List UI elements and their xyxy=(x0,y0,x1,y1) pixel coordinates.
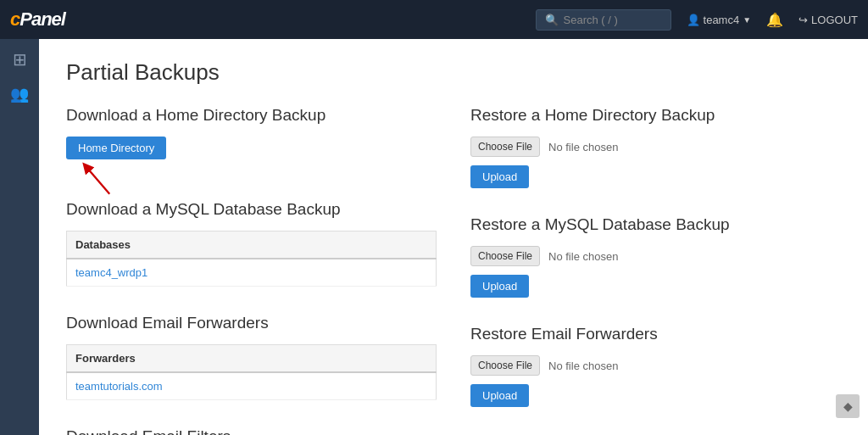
restore-home-title: Restore a Home Directory Backup xyxy=(470,106,841,125)
forwarders-col-header: Forwarders xyxy=(67,345,437,373)
table-row: teamc4_wrdp1 xyxy=(67,259,437,287)
download-mysql-title: Download a MySQL Database Backup xyxy=(66,200,437,219)
download-filters-title: Download Email Filters xyxy=(66,427,437,435)
cpanel-logo: cPanel xyxy=(10,8,65,31)
restore-forwarders-choose-button[interactable]: Choose File xyxy=(470,355,540,376)
restore-forwarders-section: Restore Email Forwarders Choose File No … xyxy=(470,325,841,407)
restore-mysql-section: Restore a MySQL Database Backup Choose F… xyxy=(470,215,841,298)
logout-label: LOGOUT xyxy=(811,14,858,26)
sidebar-user-icon[interactable]: 👥 xyxy=(10,85,29,103)
table-row: teamtutorials.com xyxy=(67,372,437,400)
download-home-section: Download a Home Directory Backup Home Di… xyxy=(66,106,437,173)
restore-forwarders-upload-row: Choose File No file chosen xyxy=(470,355,841,376)
home-directory-button[interactable]: Home Directory xyxy=(66,137,166,159)
sidebar: ⊞ 👥 xyxy=(0,39,39,435)
restore-home-no-file: No file chosen xyxy=(548,141,618,153)
restore-home-upload-row: Choose File No file chosen xyxy=(470,137,841,157)
restore-forwarders-title: Restore Email Forwarders xyxy=(470,325,841,343)
mysql-db-link[interactable]: teamc4_wrdp1 xyxy=(75,266,147,279)
forwarders-table: Forwarders teamtutorials.com xyxy=(66,344,437,400)
home-dir-button-container: Home Directory xyxy=(66,137,166,159)
layout: ⊞ 👥 Partial Backups Download a Home Dire… xyxy=(0,39,868,435)
search-box[interactable]: 🔍 xyxy=(536,9,671,31)
download-forwarders-section: Download Email Forwarders Forwarders tea… xyxy=(66,314,437,400)
chevron-down-icon: ▼ xyxy=(743,15,751,25)
user-icon: 👤 xyxy=(687,14,700,26)
restore-mysql-choose-button[interactable]: Choose File xyxy=(470,246,540,266)
restore-mysql-upload-row: Choose File No file chosen xyxy=(470,246,841,266)
navbar-left: cPanel xyxy=(10,8,65,31)
scroll-back-button[interactable]: ◆ xyxy=(836,394,860,418)
restore-forwarders-no-file: No file chosen xyxy=(548,360,618,372)
logout-button[interactable]: ↪ LOGOUT xyxy=(798,14,858,26)
mysql-table: Databases teamc4_wrdp1 xyxy=(66,231,437,287)
username-label: teamc4 xyxy=(704,14,740,26)
nav-user[interactable]: 👤 teamc4 ▼ xyxy=(687,14,752,26)
download-filters-section: Download Email Filters xyxy=(66,427,437,435)
restore-home-section: Restore a Home Directory Backup Choose F… xyxy=(470,106,841,188)
navbar-right: 🔍 👤 teamc4 ▼ 🔔 ↪ LOGOUT xyxy=(536,9,858,31)
download-forwarders-title: Download Email Forwarders xyxy=(66,314,437,332)
bell-icon[interactable]: 🔔 xyxy=(766,12,783,28)
restore-home-upload-button[interactable]: Upload xyxy=(470,165,529,188)
main-content: Partial Backups Download a Home Director… xyxy=(39,39,868,435)
restore-mysql-upload-button[interactable]: Upload xyxy=(470,275,529,298)
right-column: Restore a Home Directory Backup Choose F… xyxy=(470,106,841,435)
restore-mysql-no-file: No file chosen xyxy=(548,250,618,263)
mysql-col-header: Databases xyxy=(67,231,437,259)
restore-home-choose-button[interactable]: Choose File xyxy=(470,137,540,157)
navbar: cPanel 🔍 👤 teamc4 ▼ 🔔 ↪ LOGOUT xyxy=(0,0,868,39)
forwarder-link[interactable]: teamtutorials.com xyxy=(75,380,163,393)
page-title: Partial Backups xyxy=(66,59,841,86)
scroll-icon: ◆ xyxy=(843,399,853,413)
download-home-title: Download a Home Directory Backup xyxy=(66,106,437,125)
logout-icon: ↪ xyxy=(798,14,808,26)
arrow-annotation xyxy=(75,155,121,202)
download-mysql-section: Download a MySQL Database Backup Databas… xyxy=(66,200,437,287)
left-column: Download a Home Directory Backup Home Di… xyxy=(66,106,437,435)
search-icon: 🔍 xyxy=(545,14,559,26)
columns: Download a Home Directory Backup Home Di… xyxy=(66,106,841,435)
restore-forwarders-upload-button[interactable]: Upload xyxy=(470,384,529,407)
sidebar-grid-icon[interactable]: ⊞ xyxy=(13,49,27,70)
svg-line-1 xyxy=(86,167,110,194)
restore-mysql-title: Restore a MySQL Database Backup xyxy=(470,215,841,234)
search-input[interactable] xyxy=(564,14,662,26)
